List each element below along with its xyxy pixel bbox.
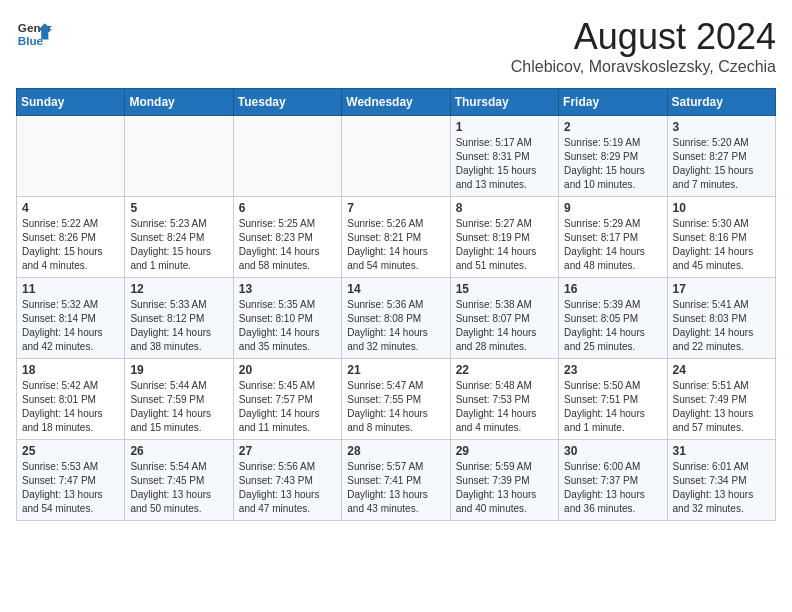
day-info: Sunrise: 5:17 AM Sunset: 8:31 PM Dayligh… <box>456 136 553 192</box>
page-header: General Blue August 2024 Chlebicov, Mora… <box>16 16 776 76</box>
weekday-header: Thursday <box>450 89 558 116</box>
weekday-header: Friday <box>559 89 667 116</box>
calendar-cell <box>17 116 125 197</box>
day-number: 22 <box>456 363 553 377</box>
calendar-cell: 11Sunrise: 5:32 AM Sunset: 8:14 PM Dayli… <box>17 278 125 359</box>
day-number: 24 <box>673 363 770 377</box>
day-number: 25 <box>22 444 119 458</box>
day-info: Sunrise: 5:35 AM Sunset: 8:10 PM Dayligh… <box>239 298 336 354</box>
day-info: Sunrise: 5:29 AM Sunset: 8:17 PM Dayligh… <box>564 217 661 273</box>
calendar-cell: 18Sunrise: 5:42 AM Sunset: 8:01 PM Dayli… <box>17 359 125 440</box>
day-info: Sunrise: 5:51 AM Sunset: 7:49 PM Dayligh… <box>673 379 770 435</box>
day-number: 21 <box>347 363 444 377</box>
calendar-cell: 10Sunrise: 5:30 AM Sunset: 8:16 PM Dayli… <box>667 197 775 278</box>
weekday-header: Monday <box>125 89 233 116</box>
day-number: 17 <box>673 282 770 296</box>
day-number: 6 <box>239 201 336 215</box>
day-info: Sunrise: 5:48 AM Sunset: 7:53 PM Dayligh… <box>456 379 553 435</box>
day-info: Sunrise: 6:00 AM Sunset: 7:37 PM Dayligh… <box>564 460 661 516</box>
calendar-cell <box>342 116 450 197</box>
day-info: Sunrise: 5:41 AM Sunset: 8:03 PM Dayligh… <box>673 298 770 354</box>
day-info: Sunrise: 5:47 AM Sunset: 7:55 PM Dayligh… <box>347 379 444 435</box>
calendar-cell: 15Sunrise: 5:38 AM Sunset: 8:07 PM Dayli… <box>450 278 558 359</box>
day-info: Sunrise: 5:59 AM Sunset: 7:39 PM Dayligh… <box>456 460 553 516</box>
calendar-week-row: 25Sunrise: 5:53 AM Sunset: 7:47 PM Dayli… <box>17 440 776 521</box>
day-number: 12 <box>130 282 227 296</box>
day-number: 10 <box>673 201 770 215</box>
day-info: Sunrise: 5:23 AM Sunset: 8:24 PM Dayligh… <box>130 217 227 273</box>
calendar-cell: 29Sunrise: 5:59 AM Sunset: 7:39 PM Dayli… <box>450 440 558 521</box>
svg-text:Blue: Blue <box>18 34 44 47</box>
day-number: 16 <box>564 282 661 296</box>
calendar-cell <box>233 116 341 197</box>
day-number: 11 <box>22 282 119 296</box>
day-number: 14 <box>347 282 444 296</box>
calendar-cell: 2Sunrise: 5:19 AM Sunset: 8:29 PM Daylig… <box>559 116 667 197</box>
calendar-week-row: 1Sunrise: 5:17 AM Sunset: 8:31 PM Daylig… <box>17 116 776 197</box>
day-number: 5 <box>130 201 227 215</box>
day-number: 30 <box>564 444 661 458</box>
calendar-cell: 30Sunrise: 6:00 AM Sunset: 7:37 PM Dayli… <box>559 440 667 521</box>
calendar-cell: 31Sunrise: 6:01 AM Sunset: 7:34 PM Dayli… <box>667 440 775 521</box>
day-info: Sunrise: 5:32 AM Sunset: 8:14 PM Dayligh… <box>22 298 119 354</box>
day-info: Sunrise: 5:20 AM Sunset: 8:27 PM Dayligh… <box>673 136 770 192</box>
day-info: Sunrise: 5:25 AM Sunset: 8:23 PM Dayligh… <box>239 217 336 273</box>
day-number: 31 <box>673 444 770 458</box>
title-block: August 2024 Chlebicov, Moravskoslezsky, … <box>511 16 776 76</box>
calendar-cell: 27Sunrise: 5:56 AM Sunset: 7:43 PM Dayli… <box>233 440 341 521</box>
day-info: Sunrise: 5:33 AM Sunset: 8:12 PM Dayligh… <box>130 298 227 354</box>
calendar-cell: 28Sunrise: 5:57 AM Sunset: 7:41 PM Dayli… <box>342 440 450 521</box>
weekday-header: Wednesday <box>342 89 450 116</box>
calendar-cell: 16Sunrise: 5:39 AM Sunset: 8:05 PM Dayli… <box>559 278 667 359</box>
weekday-header-row: SundayMondayTuesdayWednesdayThursdayFrid… <box>17 89 776 116</box>
day-number: 4 <box>22 201 119 215</box>
day-number: 20 <box>239 363 336 377</box>
day-number: 27 <box>239 444 336 458</box>
logo-icon: General Blue <box>16 16 52 52</box>
calendar-cell: 3Sunrise: 5:20 AM Sunset: 8:27 PM Daylig… <box>667 116 775 197</box>
day-number: 9 <box>564 201 661 215</box>
day-info: Sunrise: 5:50 AM Sunset: 7:51 PM Dayligh… <box>564 379 661 435</box>
calendar-cell: 17Sunrise: 5:41 AM Sunset: 8:03 PM Dayli… <box>667 278 775 359</box>
day-number: 29 <box>456 444 553 458</box>
calendar-cell: 4Sunrise: 5:22 AM Sunset: 8:26 PM Daylig… <box>17 197 125 278</box>
calendar-cell: 25Sunrise: 5:53 AM Sunset: 7:47 PM Dayli… <box>17 440 125 521</box>
calendar-cell: 9Sunrise: 5:29 AM Sunset: 8:17 PM Daylig… <box>559 197 667 278</box>
day-info: Sunrise: 5:56 AM Sunset: 7:43 PM Dayligh… <box>239 460 336 516</box>
calendar-cell: 8Sunrise: 5:27 AM Sunset: 8:19 PM Daylig… <box>450 197 558 278</box>
day-info: Sunrise: 5:38 AM Sunset: 8:07 PM Dayligh… <box>456 298 553 354</box>
day-info: Sunrise: 5:42 AM Sunset: 8:01 PM Dayligh… <box>22 379 119 435</box>
day-info: Sunrise: 5:39 AM Sunset: 8:05 PM Dayligh… <box>564 298 661 354</box>
calendar-week-row: 4Sunrise: 5:22 AM Sunset: 8:26 PM Daylig… <box>17 197 776 278</box>
day-info: Sunrise: 5:54 AM Sunset: 7:45 PM Dayligh… <box>130 460 227 516</box>
day-info: Sunrise: 6:01 AM Sunset: 7:34 PM Dayligh… <box>673 460 770 516</box>
weekday-header: Sunday <box>17 89 125 116</box>
day-number: 26 <box>130 444 227 458</box>
calendar-cell: 23Sunrise: 5:50 AM Sunset: 7:51 PM Dayli… <box>559 359 667 440</box>
calendar-cell: 6Sunrise: 5:25 AM Sunset: 8:23 PM Daylig… <box>233 197 341 278</box>
calendar-cell: 12Sunrise: 5:33 AM Sunset: 8:12 PM Dayli… <box>125 278 233 359</box>
day-number: 8 <box>456 201 553 215</box>
day-number: 3 <box>673 120 770 134</box>
calendar-cell: 5Sunrise: 5:23 AM Sunset: 8:24 PM Daylig… <box>125 197 233 278</box>
day-number: 15 <box>456 282 553 296</box>
day-number: 28 <box>347 444 444 458</box>
logo: General Blue <box>16 16 52 52</box>
calendar-cell: 21Sunrise: 5:47 AM Sunset: 7:55 PM Dayli… <box>342 359 450 440</box>
day-info: Sunrise: 5:45 AM Sunset: 7:57 PM Dayligh… <box>239 379 336 435</box>
day-info: Sunrise: 5:19 AM Sunset: 8:29 PM Dayligh… <box>564 136 661 192</box>
day-number: 2 <box>564 120 661 134</box>
calendar-cell: 22Sunrise: 5:48 AM Sunset: 7:53 PM Dayli… <box>450 359 558 440</box>
calendar-week-row: 18Sunrise: 5:42 AM Sunset: 8:01 PM Dayli… <box>17 359 776 440</box>
day-info: Sunrise: 5:22 AM Sunset: 8:26 PM Dayligh… <box>22 217 119 273</box>
day-info: Sunrise: 5:26 AM Sunset: 8:21 PM Dayligh… <box>347 217 444 273</box>
day-number: 23 <box>564 363 661 377</box>
calendar-cell: 14Sunrise: 5:36 AM Sunset: 8:08 PM Dayli… <box>342 278 450 359</box>
day-number: 1 <box>456 120 553 134</box>
weekday-header: Saturday <box>667 89 775 116</box>
day-info: Sunrise: 5:30 AM Sunset: 8:16 PM Dayligh… <box>673 217 770 273</box>
weekday-header: Tuesday <box>233 89 341 116</box>
calendar-cell: 7Sunrise: 5:26 AM Sunset: 8:21 PM Daylig… <box>342 197 450 278</box>
calendar-cell: 19Sunrise: 5:44 AM Sunset: 7:59 PM Dayli… <box>125 359 233 440</box>
calendar-cell: 26Sunrise: 5:54 AM Sunset: 7:45 PM Dayli… <box>125 440 233 521</box>
